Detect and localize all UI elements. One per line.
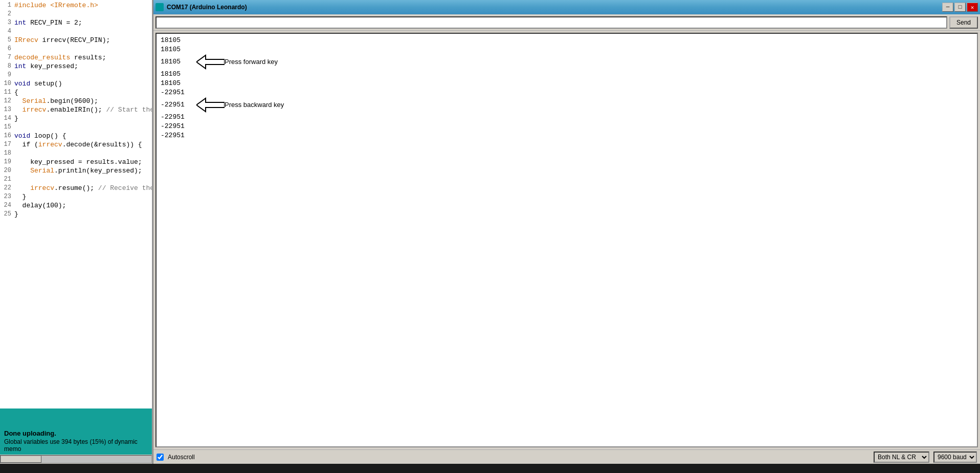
svg-marker-1 <box>196 98 225 112</box>
code-line-3: 3 int RECV_PIN = 2; <box>0 18 152 27</box>
horizontal-scrollbar[interactable] <box>0 455 152 464</box>
send-button[interactable]: Send <box>949 16 978 29</box>
code-line-24: 24 delay(100); <box>0 201 152 210</box>
code-line-23: 23 } <box>0 192 152 201</box>
forward-arrow-annotation: Press forward key <box>196 54 278 70</box>
close-button[interactable]: ✕ <box>967 3 978 12</box>
serial-bottom-bar: Autoscroll Both NL & CR No line ending N… <box>153 449 980 464</box>
code-line-19: 19 key_pressed = results.value; <box>0 158 152 166</box>
ide-main-area: 1 #include <IRremote.h> 2 3 int RECV_PIN… <box>0 0 980 464</box>
backward-arrow-annotation: Press backward key <box>196 97 284 113</box>
status-done-text: Done uploading. <box>4 429 148 437</box>
scroll-thumb[interactable] <box>1 456 41 463</box>
code-editor-pane: 1 #include <IRremote.h> 2 3 int RECV_PIN… <box>0 0 152 464</box>
code-line-25: 25 } <box>0 210 152 219</box>
serial-input-bar: Send <box>153 14 980 31</box>
code-line-12: 12 Serial.begin(9600); <box>0 97 152 105</box>
minimize-button[interactable]: ─ <box>942 3 953 12</box>
code-line-22: 22 irrecv.resume(); // Receive the next … <box>0 184 152 192</box>
code-line-5: 5 IRrecv irrecv(RECV_PIN); <box>0 36 152 45</box>
status-bar: Done uploading. Global variables use 394… <box>0 408 152 455</box>
code-line-17: 17 if (irrecv.decode(&results)) { <box>0 140 152 149</box>
serial-line-8: -22951 <box>161 113 973 122</box>
baud-rate-dropdown[interactable]: 9600 baud 300 1200 2400 4800 14400 19200… <box>933 451 977 463</box>
backward-key-label: Press backward key <box>225 100 284 110</box>
code-line-16: 16 void loop() { <box>0 132 152 140</box>
serial-input-field[interactable] <box>155 16 947 29</box>
code-line-9: 9 <box>0 71 152 79</box>
maximize-button[interactable]: □ <box>954 3 966 12</box>
status-memory-text: Global variables use 394 bytes (15%) of … <box>4 438 148 453</box>
forward-arrow-icon <box>196 54 225 70</box>
code-line-10: 10 void setup() <box>0 79 152 88</box>
code-line-2: 2 <box>0 10 152 18</box>
code-line-20: 20 Serial.println(key_pressed); <box>0 166 152 175</box>
code-line-14: 14 } <box>0 114 152 123</box>
serial-line-4: 18105 <box>161 70 973 79</box>
serial-monitor-icon <box>155 3 164 11</box>
serial-monitor-title: COM17 (Arduino Leonardo) <box>167 4 942 11</box>
code-line-7: 7 decode_results results; <box>0 53 152 62</box>
serial-line-3: 18105 Press forward key <box>161 54 973 70</box>
autoscroll-label: Autoscroll <box>168 454 195 461</box>
serial-monitor-window: COM17 (Arduino Leonardo) ─ □ ✕ Send 1810… <box>152 0 980 464</box>
code-editor-area[interactable]: 1 #include <IRremote.h> 2 3 int RECV_PIN… <box>0 0 152 408</box>
line-ending-dropdown[interactable]: Both NL & CR No line ending Newline Carr… <box>874 451 929 463</box>
serial-line-1: 18105 <box>161 36 973 45</box>
code-line-4: 4 <box>0 27 152 36</box>
serial-line-5: 18105 <box>161 79 973 88</box>
serial-monitor-titlebar: COM17 (Arduino Leonardo) ─ □ ✕ <box>153 0 980 14</box>
forward-key-label: Press forward key <box>225 57 278 67</box>
serial-line-10: -22951 <box>161 131 973 140</box>
serial-output-area[interactable]: 18105 18105 18105 Press forward key 181 <box>155 33 978 447</box>
app-bottom-bar <box>0 464 980 473</box>
code-line-8: 8 int key_pressed; <box>0 62 152 71</box>
serial-line-9: -22951 <box>161 122 973 131</box>
serial-line-6: -22951 <box>161 88 973 97</box>
autoscroll-checkbox[interactable] <box>157 454 164 461</box>
svg-marker-0 <box>196 55 225 69</box>
code-line-21: 21 <box>0 175 152 184</box>
code-line-11: 11 { <box>0 88 152 97</box>
backward-arrow-icon <box>196 97 225 113</box>
window-controls: ─ □ ✕ <box>942 3 978 12</box>
code-line-6: 6 <box>0 45 152 53</box>
code-line-18: 18 <box>0 149 152 158</box>
code-line-1: 1 #include <IRremote.h> <box>0 1 152 10</box>
scroll-track[interactable] <box>0 455 152 463</box>
code-line-15: 15 <box>0 123 152 132</box>
code-line-13: 13 irrecv.enableIRIn(); // Start the rec… <box>0 105 152 114</box>
serial-line-7: -22951 Press backward key <box>161 97 973 113</box>
serial-line-2: 18105 <box>161 45 973 54</box>
